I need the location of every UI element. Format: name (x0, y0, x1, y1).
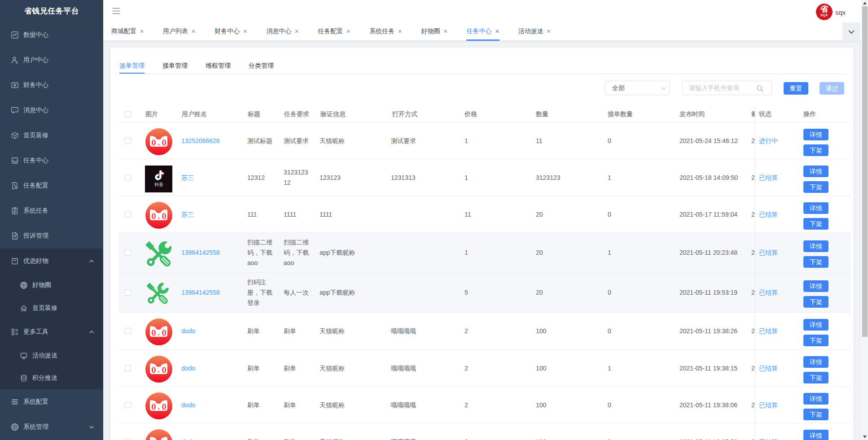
svg-text:抖音: 抖音 (154, 182, 163, 187)
